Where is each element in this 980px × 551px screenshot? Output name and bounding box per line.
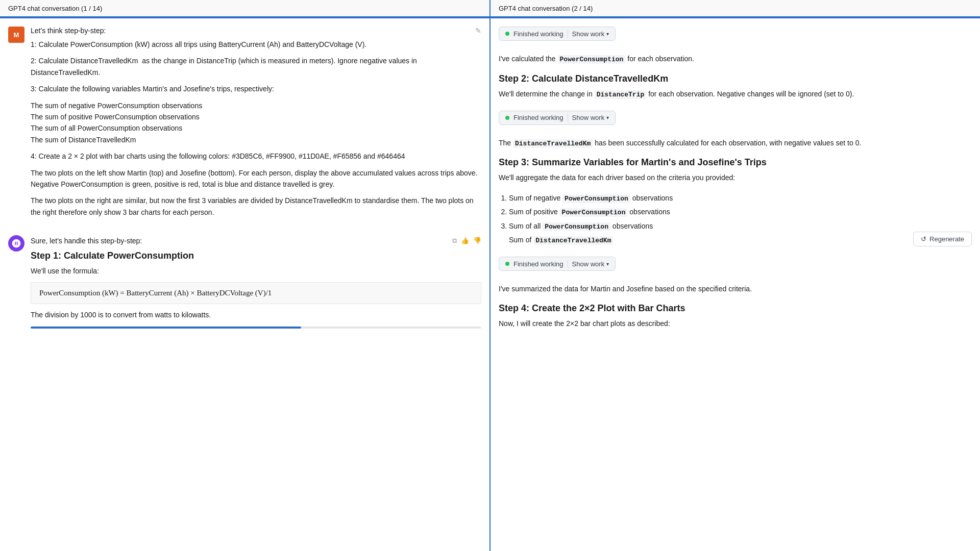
chevron-down-icon-3: ▾ bbox=[606, 261, 609, 267]
ai-actions: ⧉ 👍 👎 bbox=[452, 237, 481, 245]
step1-text: 1: Calculate PowerConsumption (kW) acros… bbox=[31, 39, 481, 50]
badge-divider-2 bbox=[568, 114, 568, 122]
ai-message-content: Sure, let's handle this step-by-step: ⧉ … bbox=[31, 235, 481, 329]
step4-left-desc: The two plots on the left show Martin (t… bbox=[31, 167, 481, 190]
distance-travelled-code: DistanceTravelledKm bbox=[513, 139, 593, 148]
left-panel-title: GPT4 chat conversation (1 / 14) bbox=[0, 0, 491, 17]
user-message-content: Let's think step-by-step: ✎ 1: Calculate… bbox=[31, 27, 481, 223]
ai-avatar bbox=[8, 235, 24, 252]
chevron-down-icon-1: ▾ bbox=[606, 31, 609, 37]
step4-text: Now, I will create the 2×2 bar chart plo… bbox=[499, 318, 972, 329]
distance-travelled-code-2: DistanceTravelledKm bbox=[533, 236, 613, 245]
badge1-status: Finished working bbox=[513, 30, 564, 38]
show-work-label-2: Show work bbox=[572, 114, 605, 121]
step1-intro: We'll use the formula: bbox=[31, 265, 481, 277]
badge-divider-3 bbox=[568, 260, 568, 268]
step4-section: Step 4: Create the 2×2 Plot with Bar Cha… bbox=[499, 303, 972, 329]
step1-heading: Step 1: Calculate PowerConsumption bbox=[31, 251, 481, 261]
step1-note: The division by 1000 is to convert from … bbox=[31, 309, 481, 320]
chevron-down-icon-2: ▾ bbox=[606, 115, 609, 120]
show-work-label-1: Show work bbox=[572, 30, 605, 38]
top-bar: GPT4 chat conversation (1 / 14) GPT4 cha… bbox=[0, 0, 980, 18]
show-work-btn-2[interactable]: Show work ▾ bbox=[572, 114, 609, 121]
user-avatar: M bbox=[8, 27, 24, 43]
thumbup-icon[interactable]: 👍 bbox=[461, 237, 469, 245]
thumbdown-icon[interactable]: 👎 bbox=[473, 237, 481, 245]
power-consumption-code-2: PowerConsumption bbox=[562, 194, 630, 203]
distance-trip-code: DistanceTrip bbox=[595, 90, 647, 99]
badge2-status: Finished working bbox=[513, 114, 564, 121]
power-consumption-code-3: PowerConsumption bbox=[560, 208, 628, 217]
list-item: Sum of all PowerConsumption observations bbox=[509, 220, 972, 233]
user-greeting: Let's think step-by-step: bbox=[31, 27, 106, 35]
list-item: Sum of negative PowerConsumption observa… bbox=[509, 192, 972, 205]
show-work-btn-1[interactable]: Show work ▾ bbox=[572, 30, 609, 38]
progress-bar-container bbox=[31, 327, 481, 329]
step3-text: 3: Calculate the following variables Mar… bbox=[31, 83, 481, 94]
badge-dot-2 bbox=[505, 116, 509, 120]
step4-text: 4: Create a 2 × 2 plot with bar charts u… bbox=[31, 151, 481, 162]
avatar-label: M bbox=[14, 31, 19, 39]
badge2-container: Finished working Show work ▾ bbox=[499, 111, 972, 131]
power-consumption-code-4: PowerConsumption bbox=[543, 222, 610, 231]
right-title-text: GPT4 chat conversation (2 / 14) bbox=[499, 5, 593, 12]
finished-working-badge-2[interactable]: Finished working Show work ▾ bbox=[499, 111, 616, 125]
progress-bar bbox=[31, 327, 301, 329]
regenerate-icon: ↺ bbox=[921, 235, 926, 243]
right-panel: Finished working Show work ▾ I've calcul… bbox=[491, 18, 980, 551]
user-message: M Let's think step-by-step: ✎ 1: Calcula… bbox=[8, 27, 481, 223]
step4-right-desc: The two plots on the right are similar, … bbox=[31, 195, 481, 218]
badge-dot-3 bbox=[505, 262, 509, 266]
step3-list: Sum of negative PowerConsumption observa… bbox=[499, 192, 972, 247]
finished-working-badge-1[interactable]: Finished working Show work ▾ bbox=[499, 27, 616, 41]
list-item: Sum of positive PowerConsumption observa… bbox=[509, 206, 972, 218]
step4-heading: Step 4: Create the 2×2 Plot with Bar Cha… bbox=[499, 303, 972, 314]
edit-icon[interactable]: ✎ bbox=[475, 27, 481, 35]
step2-text: We'll determine the change in DistanceTr… bbox=[499, 88, 972, 101]
right-text-1: I've calculated the PowerConsumption for… bbox=[499, 53, 972, 65]
ai-message-header: Sure, let's handle this step-by-step: ⧉ … bbox=[31, 235, 481, 246]
step3-section: Step 3: Summarize Variables for Martin's… bbox=[499, 157, 972, 246]
formula-block: PowerConsumption (kW) = BatteryCurrent (… bbox=[31, 282, 481, 304]
badge1-container: Finished working Show work ▾ bbox=[499, 27, 972, 47]
power-consumption-code-1: PowerConsumption bbox=[558, 55, 626, 64]
step2-text: 2: Calculate DistanceTravelledKm as the … bbox=[31, 55, 481, 78]
ai-avatar-icon bbox=[11, 238, 21, 248]
badge3-container: Finished working Show work ▾ bbox=[499, 257, 972, 277]
right-text-2: The DistanceTravelledKm has been success… bbox=[499, 137, 972, 149]
main-content: M Let's think step-by-step: ✎ 1: Calcula… bbox=[0, 18, 980, 551]
badge-divider-1 bbox=[568, 30, 568, 38]
show-work-label-3: Show work bbox=[572, 260, 605, 268]
step2-heading: Step 2: Calculate DistanceTravelledKm bbox=[499, 73, 972, 84]
left-panel: M Let's think step-by-step: ✎ 1: Calcula… bbox=[0, 18, 491, 551]
list-item-text-4: Sum of DistanceTravelledKm bbox=[509, 234, 613, 246]
formula-text: PowerConsumption (kW) = BatteryCurrent (… bbox=[39, 289, 272, 297]
step3-intro-text: We'll aggregate the data for each driver… bbox=[499, 172, 972, 183]
show-work-btn-3[interactable]: Show work ▾ bbox=[572, 260, 609, 268]
user-message-text: 1: Calculate PowerConsumption (kW) acros… bbox=[31, 39, 481, 218]
regenerate-button[interactable]: ↺ Regenerate bbox=[913, 232, 972, 246]
step2-section: Step 2: Calculate DistanceTravelledKm We… bbox=[499, 73, 972, 101]
ai-greeting: Sure, let's handle this step-by-step: bbox=[31, 235, 142, 246]
right-text-3: I've summarized the data for Martin and … bbox=[499, 283, 972, 294]
ai-message: Sure, let's handle this step-by-step: ⧉ … bbox=[8, 235, 481, 329]
badge-dot-1 bbox=[505, 32, 509, 36]
step3-heading: Step 3: Summarize Variables for Martin's… bbox=[499, 157, 972, 168]
badge3-status: Finished working bbox=[513, 260, 564, 268]
finished-working-badge-3[interactable]: Finished working Show work ▾ bbox=[499, 257, 616, 271]
user-message-header: Let's think step-by-step: ✎ bbox=[31, 27, 481, 35]
copy-icon[interactable]: ⧉ bbox=[452, 237, 457, 245]
left-title-text: GPT4 chat conversation (1 / 14) bbox=[8, 5, 102, 12]
list-item: Sum of DistanceTravelledKm ↺ Regenerate bbox=[509, 234, 972, 246]
right-panel-title: GPT4 chat conversation (2 / 14) bbox=[491, 0, 980, 17]
step3-details: The sum of negative PowerConsumption obs… bbox=[31, 100, 481, 146]
regenerate-label: Regenerate bbox=[929, 235, 964, 243]
